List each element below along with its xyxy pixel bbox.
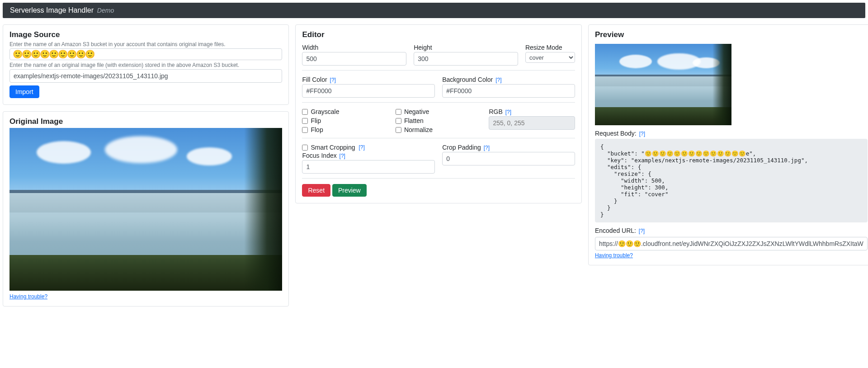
bg-color-input[interactable] (442, 84, 575, 98)
encoded-url-help[interactable]: [?] (639, 228, 645, 234)
width-label: Width (302, 44, 406, 51)
resize-label: Resize Mode (525, 44, 575, 51)
bg-color-help[interactable]: [?] (495, 77, 501, 83)
focus-index-input[interactable] (302, 160, 435, 174)
width-input[interactable] (302, 52, 406, 66)
height-input[interactable] (414, 52, 518, 66)
resize-mode-select[interactable]: cover (525, 52, 575, 63)
request-body-pre: { "bucket": "🙂🙂🙂🙂🙂🙂🙂🙂🙂🙂🙂🙂🙂🙂e", "key": "e… (595, 139, 868, 222)
editor-title: Editor (302, 30, 575, 39)
smart-cropping-checkbox[interactable] (302, 145, 308, 151)
height-label: Height (414, 44, 518, 51)
app-subtitle: Demo (97, 7, 114, 14)
original-image-card: Original Image Having trouble? (3, 111, 289, 307)
main-container: Image Source Enter the name of an Amazon… (0, 18, 868, 313)
bucket-hint: Enter the name of an Amazon S3 bucket in… (9, 41, 282, 47)
import-button[interactable]: Import (9, 85, 39, 98)
flop-checkbox[interactable] (302, 127, 308, 133)
image-source-title: Image Source (9, 30, 282, 39)
key-input[interactable] (9, 69, 282, 83)
preview-card: Preview Request Body: [?] { "bucket": "🙂… (588, 24, 868, 265)
fill-color-label: Fill Color [?] (302, 76, 435, 83)
rgb-help[interactable]: [?] (505, 109, 511, 115)
flatten-checkbox[interactable] (396, 118, 401, 124)
negative-checkbox[interactable] (396, 109, 401, 115)
preview-image (595, 44, 731, 125)
app-title: Serverless Image Handler (10, 6, 94, 14)
reset-button[interactable]: Reset (302, 184, 330, 197)
crop-padding-help[interactable]: [?] (484, 145, 490, 151)
crop-padding-input[interactable] (442, 152, 575, 165)
focus-index-help[interactable]: [?] (340, 153, 345, 159)
fill-color-input[interactable] (302, 84, 435, 98)
original-trouble-link[interactable]: Having trouble? (9, 293, 47, 300)
preview-title: Preview (595, 30, 868, 39)
original-image-title: Original Image (9, 117, 282, 126)
editor-card: Editor Width Height Resize Mode cover (295, 24, 581, 203)
request-body-label: Request Body: (595, 130, 637, 137)
grayscale-checkbox[interactable] (302, 109, 308, 115)
bucket-input[interactable]: 🙂🙂🙂🙂🙂🙂🙂🙂🙂 (9, 48, 282, 60)
bg-color-label: Background Color [?] (442, 76, 575, 83)
rgb-label: RGB [?] (489, 108, 575, 115)
rgb-input[interactable] (489, 116, 575, 130)
original-image (9, 128, 282, 291)
encoded-url-label: Encoded URL: (595, 227, 636, 234)
preview-button[interactable]: Preview (332, 184, 367, 197)
request-body-help[interactable]: [?] (639, 131, 645, 137)
key-hint: Enter the name of an original image file… (9, 62, 282, 68)
crop-padding-label: Crop Padding [?] (442, 144, 575, 151)
image-source-card: Image Source Enter the name of an Amazon… (3, 24, 289, 105)
focus-index-label: Focus Index [?] (302, 152, 435, 159)
encoded-url-input[interactable] (595, 237, 868, 250)
normalize-checkbox[interactable] (396, 127, 401, 133)
smart-cropping-help[interactable]: [?] (359, 144, 365, 151)
fill-color-help[interactable]: [?] (330, 77, 336, 83)
navbar: Serverless Image Handler Demo (3, 3, 865, 18)
flip-checkbox[interactable] (302, 118, 308, 124)
preview-trouble-link[interactable]: Having trouble? (595, 252, 633, 259)
